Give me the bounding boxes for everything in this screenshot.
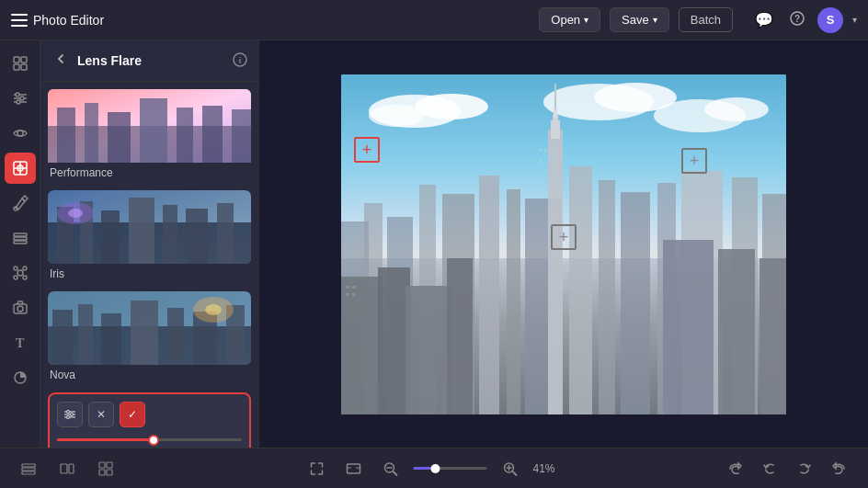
svg-text:i: i	[239, 56, 242, 65]
svg-rect-112	[718, 249, 755, 414]
sidebar-item-view[interactable]	[5, 118, 36, 149]
svg-rect-95	[569, 166, 592, 414]
svg-rect-4	[14, 64, 19, 70]
panel-back-button[interactable]	[51, 50, 70, 72]
svg-rect-36	[108, 112, 131, 163]
avatar[interactable]: S	[817, 7, 843, 33]
svg-rect-109	[405, 286, 451, 414]
svg-rect-48	[186, 209, 208, 264]
filter-list: Performance	[40, 82, 258, 448]
svg-point-68	[67, 416, 70, 419]
filter-controls: ✕ ✓	[57, 402, 242, 427]
open-button[interactable]: Open ▾	[539, 7, 600, 32]
zoom-out-button[interactable]	[377, 457, 405, 481]
svg-rect-19	[14, 237, 27, 240]
fit-button[interactable]	[340, 457, 368, 481]
svg-rect-118	[539, 148, 542, 152]
svg-rect-47	[163, 205, 177, 264]
svg-rect-128	[99, 470, 105, 475]
filter-thumb-performance	[48, 89, 251, 163]
svg-line-137	[513, 471, 517, 475]
svg-rect-129	[107, 470, 112, 475]
menu-icon[interactable]	[11, 14, 28, 27]
sidebar-item-camera[interactable]	[5, 292, 36, 323]
history-back-button[interactable]	[721, 457, 748, 481]
svg-point-21	[17, 270, 23, 276]
svg-point-22	[14, 267, 17, 270]
sidebar-item-elements[interactable]	[5, 257, 36, 289]
filter-item-iris[interactable]: Iris	[48, 190, 251, 284]
sidebar-item-text[interactable]: T	[5, 327, 36, 358]
svg-rect-108	[378, 267, 410, 414]
svg-point-80	[415, 94, 488, 119]
sidebar-item-adjust[interactable]	[5, 362, 36, 393]
svg-rect-107	[341, 277, 383, 414]
svg-rect-35	[85, 103, 98, 163]
sidebar-item-layers[interactable]	[5, 222, 36, 254]
topbar-right: 💬 ? S ▾	[751, 7, 857, 33]
grid-view-button[interactable]	[92, 457, 120, 481]
filter-close-button[interactable]: ✕	[88, 402, 114, 427]
svg-rect-122	[22, 468, 35, 471]
filter-slider[interactable]	[57, 435, 242, 445]
svg-rect-117	[352, 293, 356, 296]
bottom-right-controls	[721, 457, 853, 481]
zoom-percentage: 41%	[533, 462, 565, 475]
zoom-thumb	[431, 464, 440, 473]
svg-rect-40	[232, 109, 251, 163]
filter-confirm-button[interactable]: ✓	[120, 402, 145, 427]
app-logo: Photo Editor	[11, 13, 104, 28]
save-button[interactable]: Save ▾	[610, 7, 669, 32]
bottom-bar: 41%	[0, 448, 868, 488]
redo-button[interactable]	[791, 457, 818, 481]
filter-item-performance[interactable]: Performance	[48, 89, 251, 183]
svg-rect-124	[61, 464, 67, 473]
help-icon-button[interactable]: ?	[786, 7, 808, 33]
svg-point-12	[17, 131, 23, 136]
sidebar-item-filters[interactable]	[5, 83, 36, 114]
history-forward-button[interactable]	[826, 457, 853, 481]
svg-rect-92	[479, 176, 499, 414]
sidebar-item-effects[interactable]	[5, 153, 36, 184]
zoom-in-button[interactable]	[497, 457, 524, 481]
svg-rect-102	[548, 130, 563, 414]
batch-button[interactable]: Batch	[679, 7, 733, 32]
filter-item-nova[interactable]: Nova	[48, 291, 251, 385]
filter-slider-thumb	[148, 435, 159, 446]
filter-panel: Lens Flare i	[40, 40, 259, 448]
crosshair-marker-1[interactable]	[354, 137, 380, 163]
bottom-left-controls	[15, 457, 120, 481]
svg-point-10	[20, 96, 24, 100]
app-title: Photo Editor	[33, 13, 104, 28]
sidebar-item-grid[interactable]	[5, 48, 36, 79]
filter-label-iris: Iris	[48, 264, 251, 284]
crosshair-marker-3[interactable]	[681, 148, 707, 174]
filter-slider-track	[57, 438, 242, 441]
crosshair-marker-2[interactable]	[551, 224, 577, 250]
chevron-down-icon: ▾	[852, 15, 857, 25]
svg-rect-119	[544, 148, 547, 152]
panel-info-button[interactable]: i	[233, 52, 247, 70]
svg-point-85	[704, 97, 769, 121]
chat-icon-button[interactable]: 💬	[751, 7, 777, 32]
svg-rect-18	[14, 233, 27, 236]
expand-button[interactable]	[303, 457, 331, 481]
zoom-track	[414, 467, 487, 470]
sidebar-item-paint[interactable]	[5, 187, 36, 219]
svg-line-133	[394, 471, 397, 475]
layers-panel-button[interactable]	[15, 457, 42, 481]
adjust-panel-button[interactable]	[53, 457, 81, 481]
svg-rect-127	[107, 462, 112, 468]
undo-button[interactable]	[756, 457, 783, 481]
filter-settings-button[interactable]	[57, 402, 83, 427]
svg-rect-96	[599, 180, 615, 414]
svg-rect-111	[663, 240, 714, 414]
zoom-slider[interactable]	[414, 467, 487, 470]
svg-rect-2	[14, 57, 19, 62]
svg-point-11	[17, 100, 20, 104]
svg-rect-93	[507, 189, 520, 414]
svg-rect-34	[57, 108, 75, 163]
svg-rect-116	[346, 293, 349, 296]
svg-rect-115	[352, 286, 356, 289]
svg-text:T: T	[16, 336, 25, 350]
